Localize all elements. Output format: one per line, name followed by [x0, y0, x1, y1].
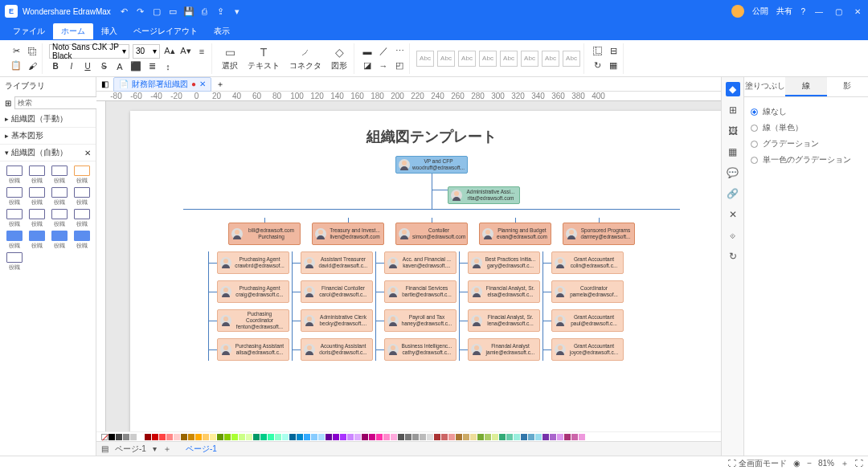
- color-swatch[interactable]: [448, 434, 455, 440]
- rotate-icon[interactable]: ↻: [591, 59, 604, 72]
- color-swatch[interactable]: [159, 434, 166, 440]
- copy-icon[interactable]: ⿻: [26, 45, 39, 58]
- open-icon[interactable]: ▭: [167, 6, 178, 17]
- style-preset[interactable]: Abc: [500, 51, 518, 67]
- history-icon[interactable]: ↻: [726, 249, 740, 264]
- style-preset[interactable]: Abc: [416, 51, 434, 67]
- color-swatch[interactable]: [297, 434, 303, 440]
- color-swatch[interactable]: [166, 434, 173, 440]
- spacing-icon[interactable]: ↕: [162, 60, 174, 73]
- arrange-icon[interactable]: ▦: [607, 59, 620, 72]
- org-node[interactable]: Coordinatorpamela@edrawsof...: [551, 280, 624, 303]
- color-swatch[interactable]: [289, 434, 296, 440]
- zoom-out-icon[interactable]: −: [807, 459, 812, 468]
- color-swatch[interactable]: [579, 434, 585, 440]
- color-swatch[interactable]: [362, 434, 368, 440]
- italic-icon[interactable]: I: [65, 60, 78, 73]
- tab-line[interactable]: 線: [785, 77, 826, 96]
- org-node[interactable]: Best Practices Initia...gary@edrawsoft.c…: [468, 251, 540, 274]
- color-swatch[interactable]: [420, 434, 426, 440]
- color-swatch[interactable]: [137, 434, 144, 440]
- help-icon[interactable]: ?: [800, 7, 805, 16]
- shape-thumbnail[interactable]: 役職: [27, 231, 47, 250]
- format-painter-icon[interactable]: 🖌: [26, 59, 39, 72]
- color-swatch[interactable]: [427, 434, 433, 440]
- style-preset[interactable]: Abc: [542, 51, 559, 67]
- connector-tool[interactable]: ⟋コネクタ: [286, 45, 325, 72]
- maximize-button[interactable]: ▢: [833, 7, 844, 16]
- color-swatch[interactable]: [260, 434, 267, 440]
- code-icon[interactable]: ⟐: [726, 228, 740, 243]
- corners-icon[interactable]: ◰: [393, 59, 406, 72]
- paste-icon[interactable]: 📋: [10, 59, 23, 72]
- color-swatch[interactable]: [506, 434, 513, 440]
- font-color-icon[interactable]: A: [113, 60, 126, 73]
- org-node[interactable]: Contollersimon@edrawsoft.com: [395, 223, 468, 245]
- add-page-icon[interactable]: ＋: [163, 443, 171, 455]
- menu-insert[interactable]: 挿入: [93, 23, 125, 39]
- select-tool[interactable]: ▭選択: [219, 45, 241, 72]
- style-preset[interactable]: Abc: [437, 51, 455, 67]
- image-panel-icon[interactable]: 🖼: [726, 124, 740, 138]
- shape-thumbnail[interactable]: 役職: [49, 231, 69, 250]
- cut-icon[interactable]: ✂: [10, 45, 23, 58]
- color-swatch[interactable]: [412, 434, 419, 440]
- color-swatch[interactable]: [108, 434, 115, 440]
- shape-tool[interactable]: ◇図形: [328, 45, 350, 72]
- fit-icon[interactable]: ⛶: [855, 459, 863, 468]
- color-swatch[interactable]: [477, 434, 484, 440]
- color-swatch[interactable]: [347, 434, 354, 440]
- org-node[interactable]: Pruchasing Agentcraig@edrawsoft.c...: [217, 280, 289, 303]
- org-node[interactable]: Financial Analyst, Sr.elsa@edrawsoft.c..…: [468, 280, 540, 303]
- font-shrink-icon[interactable]: A▾: [179, 45, 192, 58]
- style-preset[interactable]: Abc: [458, 51, 476, 67]
- color-swatch[interactable]: [391, 434, 397, 440]
- line-single-option[interactable]: 線（単色）: [751, 120, 862, 136]
- org-node[interactable]: Acounting Assistantdoris@edrawsoft.c...: [301, 338, 373, 361]
- org-node[interactable]: Financial Contollercarol@edrawsoft.c...: [301, 280, 373, 303]
- org-node[interactable]: Treasury and Invest...liven@edrawsoft.co…: [312, 223, 384, 245]
- color-swatch[interactable]: [557, 434, 563, 440]
- color-swatch[interactable]: [268, 434, 274, 440]
- tab-list-icon[interactable]: ◧: [101, 80, 108, 88]
- group-icon[interactable]: ⿺: [591, 45, 604, 58]
- color-swatch[interactable]: [354, 434, 361, 440]
- style-preset[interactable]: Abc: [479, 51, 497, 67]
- minimize-button[interactable]: —: [813, 7, 825, 16]
- color-swatch[interactable]: [152, 434, 158, 440]
- color-swatch[interactable]: [470, 434, 477, 440]
- lib-section-auto[interactable]: ▾ 組織図（自動）✕: [0, 145, 96, 161]
- shape-thumbnail[interactable]: 役職: [72, 166, 92, 185]
- color-swatch[interactable]: [181, 434, 187, 440]
- color-swatch[interactable]: [246, 434, 252, 440]
- new-icon[interactable]: ▢: [151, 6, 162, 17]
- color-swatch[interactable]: [535, 434, 542, 440]
- color-swatch[interactable]: [210, 434, 216, 440]
- org-node[interactable]: Purchasing Assistantailsa@edrawsoft.c...: [217, 338, 289, 361]
- shadow-icon[interactable]: ◪: [361, 59, 374, 72]
- add-tab-icon[interactable]: ＋: [216, 79, 224, 90]
- document-tab[interactable]: 📄財務部署組織図●✕: [113, 77, 211, 92]
- color-swatch[interactable]: [123, 434, 129, 440]
- shuffle-icon[interactable]: ✕: [726, 207, 740, 222]
- line-mono-option[interactable]: 単一色のグラデーション: [751, 152, 862, 168]
- view-mode-icon[interactable]: ◉: [793, 459, 800, 468]
- style-preset[interactable]: Abc: [563, 51, 580, 67]
- pages-icon[interactable]: ▤: [101, 444, 108, 453]
- color-swatch[interactable]: [434, 434, 440, 440]
- color-swatch[interactable]: [318, 434, 325, 440]
- org-node[interactable]: Grant Accountantpaul@edrawsoft.c...: [551, 309, 624, 332]
- menu-file[interactable]: ファイル: [5, 23, 53, 39]
- shape-thumbnail[interactable]: 役職: [4, 187, 24, 206]
- linestyle-icon[interactable]: ⋯: [393, 45, 406, 58]
- style-panel-icon[interactable]: ◆: [726, 82, 740, 96]
- page[interactable]: 組織図テンプレート VP and CFPwoodruff@edrawsoft..…: [130, 111, 721, 431]
- share-button[interactable]: 共有: [776, 6, 792, 17]
- color-swatch[interactable]: [311, 434, 317, 440]
- text-tool[interactable]: Tテキスト: [244, 45, 283, 72]
- org-node[interactable]: Puchasing Coordinatorfenton@edrawsoft...: [217, 309, 289, 332]
- color-swatch[interactable]: [203, 434, 209, 440]
- shape-thumbnail[interactable]: 役職: [72, 209, 92, 228]
- color-swatch[interactable]: [174, 434, 180, 440]
- shape-thumbnail[interactable]: 役職: [4, 231, 24, 250]
